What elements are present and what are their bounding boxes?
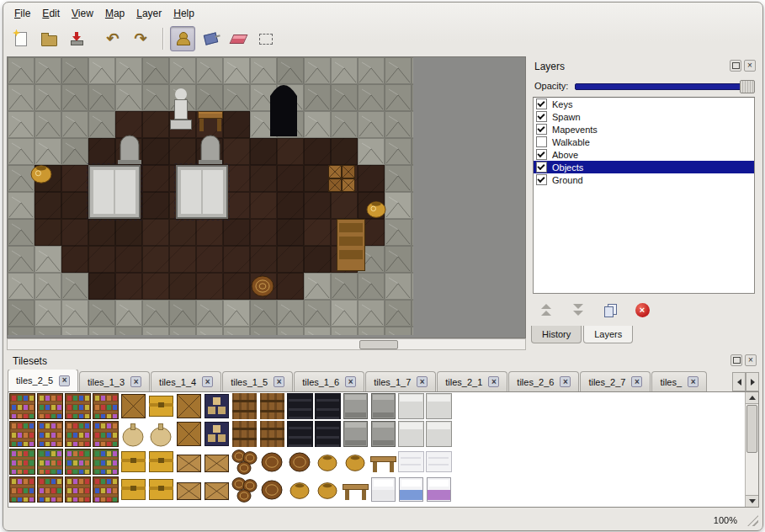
- tileset-tab[interactable]: tiles_2_6×: [508, 371, 579, 391]
- tab-close-icon[interactable]: ×: [488, 376, 499, 387]
- layer-row-walkable[interactable]: Walkable: [534, 136, 754, 148]
- app-window: File Edit View Map Layer Help ↶ ↷ Layers…: [3, 2, 763, 531]
- paint-tool-icon: [203, 32, 217, 45]
- delete-layer-button[interactable]: ×: [632, 300, 652, 320]
- layer-checkbox[interactable]: [536, 149, 547, 160]
- layer-checkbox[interactable]: [536, 174, 547, 185]
- move-layer-down-button[interactable]: [568, 300, 588, 320]
- stamp-tool-button[interactable]: [170, 26, 195, 51]
- scroll-tabs-right-button[interactable]: [746, 372, 759, 391]
- tab-close-icon[interactable]: ×: [631, 376, 642, 387]
- tab-close-icon[interactable]: ×: [59, 375, 70, 386]
- opacity-slider[interactable]: [575, 79, 755, 93]
- eraser-icon: [229, 35, 247, 44]
- scroll-tabs-left-button[interactable]: [732, 372, 746, 391]
- layer-checkbox[interactable]: [536, 136, 547, 147]
- tab-close-icon[interactable]: ×: [345, 376, 356, 387]
- float-panel-button[interactable]: [730, 60, 741, 72]
- layer-row-ground[interactable]: Ground: [534, 173, 754, 186]
- tab-close-icon[interactable]: ×: [130, 376, 141, 387]
- tileset-canvas[interactable]: [8, 392, 747, 507]
- map-viewport: [7, 56, 526, 338]
- menu-item-map[interactable]: Map: [99, 6, 130, 21]
- layers-panel: Layers × Opacity: Keys Spawn Mapevents: [528, 56, 760, 348]
- eraser-tool-button[interactable]: [226, 26, 251, 51]
- duplicate-layer-button[interactable]: [600, 300, 620, 320]
- tab-close-icon[interactable]: ×: [688, 376, 699, 387]
- new-page-icon: [15, 32, 27, 46]
- scroll-up-button[interactable]: [746, 392, 758, 404]
- tileset-tab[interactable]: tiles_1_6×: [294, 371, 364, 391]
- layers-panel-title: Layers: [534, 61, 565, 72]
- tab-layers[interactable]: Layers: [583, 326, 633, 343]
- layer-row-spawn[interactable]: Spawn: [534, 110, 754, 123]
- open-button[interactable]: [36, 26, 61, 51]
- tab-close-icon[interactable]: ×: [417, 376, 428, 387]
- menu-item-file[interactable]: File: [8, 6, 36, 21]
- tileset-tab[interactable]: tiles_2_7×: [580, 371, 651, 391]
- tileset-tab-label: tiles_: [660, 377, 682, 387]
- tileset-tab-label: tiles_2_1: [445, 377, 482, 387]
- close-panel-button[interactable]: ×: [745, 354, 757, 366]
- scroll-down-button[interactable]: [746, 495, 758, 507]
- tileset-tab-label: tiles_1_3: [88, 377, 125, 387]
- tileset-tab-label: tiles_1_4: [159, 377, 196, 387]
- layer-checkbox[interactable]: [536, 124, 547, 135]
- tab-close-icon[interactable]: ×: [274, 376, 284, 387]
- tab-close-icon[interactable]: ×: [560, 376, 571, 387]
- layer-label: Above: [552, 150, 578, 160]
- float-panel-button[interactable]: [730, 354, 742, 366]
- undo-button[interactable]: ↶: [100, 26, 125, 51]
- layer-label: Walkable: [552, 137, 590, 147]
- menu-item-edit[interactable]: Edit: [36, 6, 66, 21]
- tileset-tab[interactable]: tiles_1_3×: [79, 371, 150, 391]
- layer-checkbox[interactable]: [536, 111, 547, 122]
- dock-tabs: History Layers: [531, 326, 635, 343]
- resize-grip[interactable]: [747, 515, 758, 526]
- layer-row-objects[interactable]: Objects: [534, 161, 754, 173]
- close-panel-button[interactable]: ×: [744, 60, 756, 72]
- layer-label: Mapevents: [552, 125, 598, 135]
- tab-close-icon[interactable]: ×: [202, 376, 213, 387]
- zoom-level: 100%: [714, 515, 737, 525]
- new-file-button[interactable]: [8, 26, 34, 51]
- save-button[interactable]: [64, 26, 89, 51]
- tileset-vertical-scrollbar[interactable]: [745, 392, 758, 507]
- select-tool-button[interactable]: [253, 26, 279, 51]
- slider-handle[interactable]: [740, 80, 755, 93]
- tileset-tab[interactable]: tiles_2_1×: [437, 371, 507, 391]
- menu-item-help[interactable]: Help: [167, 6, 200, 21]
- fill-tool-button[interactable]: [198, 26, 223, 51]
- tileset-tab-label: tiles_2_5: [16, 375, 53, 386]
- tileset-tab[interactable]: tiles_1_4×: [151, 371, 221, 391]
- layer-row-mapevents[interactable]: Mapevents: [534, 123, 754, 136]
- tileset-tab-bar: tiles_2_5× tiles_1_3× tiles_1_4× tiles_1…: [8, 370, 730, 391]
- layer-list: Keys Spawn Mapevents Walkable Above Obje…: [533, 97, 755, 294]
- redo-button[interactable]: ↷: [128, 26, 153, 51]
- stamp-person-icon: [176, 32, 189, 45]
- tileset-tab-label: tiles_2_6: [517, 377, 554, 387]
- tileset-tab[interactable]: tiles_1_7×: [365, 371, 436, 391]
- map-horizontal-scrollbar[interactable]: [7, 338, 526, 350]
- menu-item-layer[interactable]: Layer: [130, 6, 167, 21]
- layer-row-keys[interactable]: Keys: [534, 98, 754, 110]
- tileset-tab[interactable]: tiles_2_5×: [8, 370, 78, 391]
- move-down-icon: [573, 304, 583, 316]
- tileset-tab-label: tiles_2_7: [588, 377, 625, 387]
- layer-tools: ×: [536, 299, 652, 321]
- tileset-viewport: [8, 391, 759, 508]
- slider-groove: [575, 83, 755, 90]
- menu-item-view[interactable]: View: [66, 6, 99, 21]
- layer-label: Spawn: [552, 112, 581, 122]
- tab-history[interactable]: History: [531, 326, 582, 343]
- tileset-tab[interactable]: tiles_1_5×: [222, 371, 293, 391]
- move-layer-up-button[interactable]: [536, 300, 556, 320]
- layer-checkbox[interactable]: [536, 98, 547, 109]
- map-canvas[interactable]: [8, 57, 413, 335]
- layer-row-above[interactable]: Above: [534, 148, 754, 161]
- scrollbar-thumb[interactable]: [359, 340, 398, 349]
- layer-checkbox[interactable]: [536, 162, 547, 173]
- tileset-tab[interactable]: tiles_×: [651, 371, 707, 391]
- tilesets-panel: Tilesets × tiles_2_5× tiles_1_3× tiles_1…: [6, 351, 761, 511]
- scrollbar-thumb[interactable]: [746, 405, 757, 453]
